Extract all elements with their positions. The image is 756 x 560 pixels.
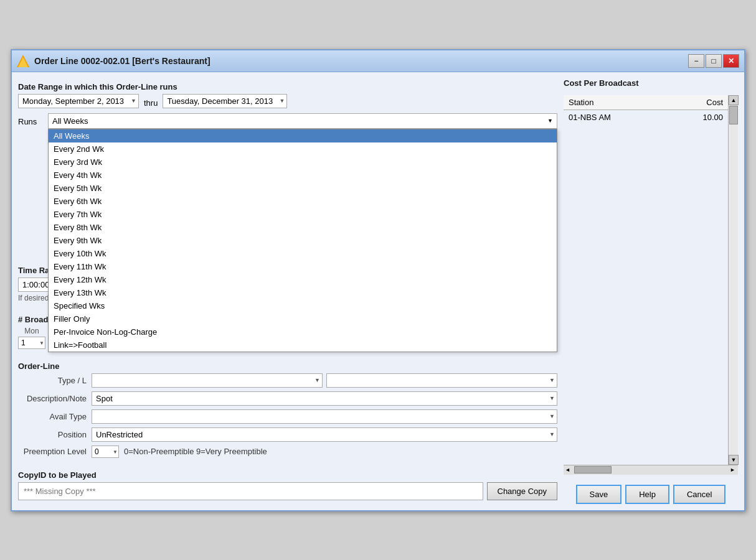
title-bar-left: Order Line 0002-002.01 [Bert's Restauran… [17, 55, 210, 67]
copyid-title: CopyID to be Played [18, 470, 557, 480]
runs-option-filler[interactable]: Filler Only [49, 312, 557, 325]
order-line-title: Order-Line [18, 362, 557, 371]
date-range-section: Date Range in which this Order-Line runs… [18, 78, 557, 133]
help-button[interactable]: Help [625, 485, 669, 504]
minimize-button[interactable]: − [688, 54, 704, 68]
type-controls [92, 373, 557, 388]
type-label: Type / L [18, 376, 87, 385]
avail-type-label: Avail Type [18, 412, 87, 421]
cost-table-with-scrollbar: Station Cost 01-NBS AM 10.00 [564, 95, 738, 465]
runs-option-every-11th[interactable]: Every 11th Wk [49, 260, 557, 273]
right-panel: Cost Per Broadcast Station Cost [564, 78, 738, 504]
restore-button[interactable]: □ [706, 54, 722, 68]
runs-dropdown-container[interactable]: All Weeks ▼ All Weeks Every 2nd Wk Every… [48, 113, 557, 129]
runs-option-all-weeks[interactable]: All Weeks [49, 129, 557, 142]
vertical-scrollbar[interactable]: ▲ ▼ [728, 95, 738, 465]
position-select-wrapper[interactable]: UnRestricted [92, 427, 557, 442]
position-select[interactable]: UnRestricted [92, 427, 557, 442]
station-col-header: Station [564, 95, 668, 110]
runs-option-link-football[interactable]: Link=>Football [49, 338, 557, 352]
main-window: Order Line 0002-002.01 [Bert's Restauran… [11, 49, 745, 511]
app-icon [17, 55, 29, 67]
runs-option-specified[interactable]: Specified Wks [49, 299, 557, 312]
runs-option-every-5th[interactable]: Every 5th Wk [49, 182, 557, 195]
end-date-select[interactable]: Tuesday, December 31, 2013 [163, 94, 287, 108]
avail-type-select-wrapper[interactable] [92, 409, 557, 424]
window-controls: − □ ✕ [688, 54, 739, 68]
mon-select[interactable]: 1 [18, 337, 45, 349]
cost-table-container: Station Cost 01-NBS AM 10.00 [564, 95, 738, 475]
description-select-wrapper[interactable]: Spot [92, 391, 557, 406]
avail-type-select[interactable] [92, 409, 557, 424]
end-date-wrapper[interactable]: Tuesday, December 31, 2013 [163, 94, 287, 108]
runs-chevron-icon: ▼ [547, 118, 553, 124]
left-panel: Date Range in which this Order-Line runs… [18, 78, 557, 504]
action-buttons: Save Help Cancel [564, 480, 738, 504]
date-range-row: Monday, September 2, 2013 thru Tuesday, … [18, 94, 557, 108]
cost-table: Station Cost 01-NBS AM 10.00 [564, 95, 728, 124]
runs-option-every-10th[interactable]: Every 10th Wk [49, 247, 557, 260]
runs-label: Runs [18, 113, 43, 126]
scroll-down-button[interactable]: ▼ [729, 455, 739, 465]
title-bar: Order Line 0002-002.01 [Bert's Restauran… [12, 50, 744, 72]
change-copy-button[interactable]: Change Copy [487, 482, 558, 500]
runs-option-every-13th[interactable]: Every 13th Wk [49, 286, 557, 299]
scroll-track[interactable] [729, 105, 738, 455]
station-cell: 01-NBS AM [564, 110, 668, 124]
save-button[interactable]: Save [576, 485, 622, 504]
preemption-select-wrapper[interactable]: 0 [92, 446, 119, 458]
horizontal-scroll-thumb[interactable] [574, 466, 612, 474]
start-date-select[interactable]: Monday, September 2, 2013 [18, 94, 139, 108]
type-select1[interactable] [92, 373, 323, 388]
position-row: Position UnRestricted [18, 427, 557, 442]
scroll-left-icon[interactable]: ◄ [564, 467, 572, 473]
scroll-up-button[interactable]: ▲ [729, 95, 739, 105]
runs-selected-value: All Weeks [52, 116, 88, 126]
description-row: Description/Note Spot [18, 391, 557, 406]
runs-option-every-6th[interactable]: Every 6th Wk [49, 195, 557, 208]
preemption-select[interactable]: 0 [92, 446, 119, 458]
runs-option-every-4th[interactable]: Every 4th Wk [49, 169, 557, 182]
type-row: Type / L [18, 373, 557, 388]
window-title: Order Line 0002-002.01 [Bert's Restauran… [34, 56, 210, 66]
cancel-button[interactable]: Cancel [673, 485, 725, 504]
cost-col-header: Cost [668, 95, 728, 110]
mon-label: Mon [24, 327, 39, 335]
scroll-right-icon[interactable]: ► [729, 467, 737, 473]
type-select2-wrapper[interactable] [326, 373, 557, 388]
preemption-label: Preemption Level [18, 447, 87, 456]
runs-row: Runs All Weeks ▼ All Weeks Every 2nd Wk … [18, 113, 557, 129]
runs-option-every-9th[interactable]: Every 9th Wk [49, 234, 557, 247]
position-label: Position [18, 430, 87, 439]
horizontal-scrollbar[interactable]: ◄ ► [564, 465, 738, 475]
close-button[interactable]: ✕ [723, 54, 739, 68]
preemption-desc: 0=Non-Preemptible 9=Very Preemptible [124, 447, 267, 456]
cost-per-broadcast-title: Cost Per Broadcast [564, 78, 738, 88]
runs-select-display[interactable]: All Weeks ▼ [48, 113, 557, 129]
runs-option-every-3rd[interactable]: Every 3rd Wk [49, 156, 557, 169]
cost-table-inner: Station Cost 01-NBS AM 10.00 [564, 95, 728, 465]
runs-option-every-2nd[interactable]: Every 2nd Wk [49, 142, 557, 156]
runs-option-per-invoice[interactable]: Per-Invoice Non-Log-Charge [49, 325, 557, 338]
scroll-thumb[interactable] [729, 106, 738, 124]
runs-dropdown-list[interactable]: All Weeks Every 2nd Wk Every 3rd Wk Ever… [48, 129, 557, 352]
date-range-title: Date Range in which this Order-Line runs [18, 82, 557, 91]
thru-label: thru [144, 95, 158, 108]
description-select[interactable]: Spot [92, 391, 557, 406]
runs-option-every-7th[interactable]: Every 7th Wk [49, 208, 557, 221]
window-body: Date Range in which this Order-Line runs… [12, 72, 744, 510]
preemption-row: Preemption Level 0 0=Non-Preemptible 9=V… [18, 446, 557, 458]
start-date-wrapper[interactable]: Monday, September 2, 2013 [18, 94, 139, 108]
copyid-input[interactable] [18, 482, 483, 500]
order-line-section: Order-Line Type / L [18, 358, 557, 462]
type-select2[interactable] [326, 373, 557, 388]
runs-option-every-8th[interactable]: Every 8th Wk [49, 221, 557, 234]
cost-cell: 10.00 [668, 110, 728, 124]
mon-select-wrapper[interactable]: 1 [18, 337, 45, 349]
table-row: 01-NBS AM 10.00 [564, 110, 728, 124]
runs-option-every-12th[interactable]: Every 12th Wk [49, 273, 557, 286]
type-select1-wrapper[interactable] [92, 373, 323, 388]
avail-type-row: Avail Type [18, 409, 557, 424]
copyid-section: CopyID to be Played Change Copy [18, 467, 557, 504]
description-label: Description/Note [18, 394, 87, 403]
